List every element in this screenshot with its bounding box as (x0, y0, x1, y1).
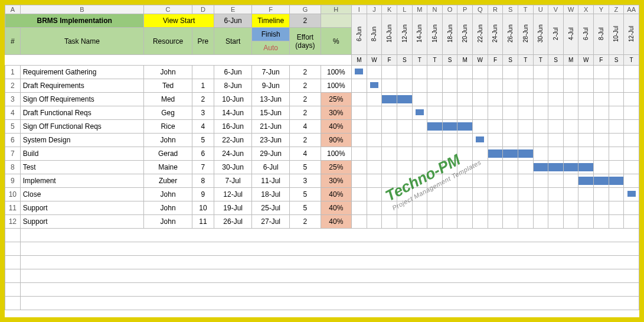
gantt-cell[interactable] (397, 134, 412, 147)
gantt-cell[interactable] (563, 201, 578, 215)
row-num[interactable]: 9 (5, 174, 21, 188)
gantt-cell[interactable] (352, 120, 367, 134)
task-name[interactable]: Sign Off Functional Reqs (20, 120, 144, 134)
gantt-cell[interactable] (624, 93, 639, 106)
gantt-cell[interactable] (473, 79, 488, 93)
gantt-cell[interactable] (578, 161, 594, 174)
gantt-cell[interactable] (548, 134, 564, 147)
gantt-cell[interactable] (594, 120, 609, 134)
finish-date[interactable]: 9-Jun (252, 79, 290, 93)
gantt-cell[interactable] (578, 66, 594, 79)
gantt-cell[interactable] (457, 93, 473, 106)
col-letter[interactable]: Z (609, 5, 624, 14)
task-name[interactable]: Support (20, 215, 144, 229)
gantt-cell[interactable] (367, 215, 382, 229)
gantt-cell[interactable] (427, 106, 443, 120)
gantt-cell[interactable] (594, 93, 609, 106)
row-empty[interactable] (5, 229, 21, 242)
task-name[interactable]: Support (20, 201, 144, 215)
gantt-cell[interactable] (488, 161, 503, 174)
gantt-cell[interactable] (548, 93, 564, 106)
gantt-cell[interactable] (533, 93, 548, 106)
predecessor[interactable]: 1 (192, 79, 214, 93)
gantt-cell[interactable] (533, 147, 548, 161)
resource[interactable]: Geg (144, 106, 192, 120)
start-date[interactable]: 14-Jun (214, 106, 252, 120)
gantt-cell[interactable] (442, 120, 457, 134)
col-letter[interactable]: J (367, 5, 382, 14)
gantt-cell[interactable] (594, 174, 609, 188)
gantt-cell[interactable] (503, 174, 518, 188)
gantt-cell[interactable] (397, 106, 412, 120)
gantt-cell[interactable] (412, 134, 427, 147)
gantt-cell[interactable] (473, 120, 488, 134)
gantt-cell[interactable] (412, 161, 427, 174)
gantt-cell[interactable] (473, 201, 488, 215)
col-letter[interactable]: U (533, 5, 548, 14)
gantt-cell[interactable] (578, 215, 594, 229)
task-name[interactable]: Draft Functional Reqs (20, 106, 144, 120)
gantt-cell[interactable] (488, 93, 503, 106)
gantt-cell[interactable] (518, 201, 533, 215)
effort[interactable]: 4 (290, 147, 321, 161)
gantt-cell[interactable] (427, 120, 443, 134)
gantt-cell[interactable] (473, 161, 488, 174)
timeline-value[interactable]: 2 (290, 14, 321, 28)
gantt-cell[interactable] (624, 215, 639, 229)
gantt-cell[interactable] (382, 79, 397, 93)
gantt-cell[interactable] (397, 188, 412, 201)
gantt-cell[interactable] (624, 174, 639, 188)
gantt-cell[interactable] (563, 215, 578, 229)
percent[interactable]: 25% (321, 93, 351, 106)
gantt-cell[interactable] (594, 134, 609, 147)
row-empty[interactable] (5, 256, 21, 269)
gantt-cell[interactable] (442, 161, 457, 174)
view-start-label[interactable]: View Start (144, 14, 214, 28)
task-name[interactable]: Build (20, 147, 144, 161)
start-date[interactable]: 24-Jun (214, 147, 252, 161)
gantt-cell[interactable] (352, 147, 367, 161)
gantt-cell[interactable] (473, 215, 488, 229)
gantt-cell[interactable] (609, 66, 624, 79)
resource[interactable]: Rice (144, 120, 192, 134)
gantt-cell[interactable] (367, 174, 382, 188)
col-letter[interactable]: F (252, 5, 290, 14)
gantt-cell[interactable] (397, 120, 412, 134)
gantt-cell[interactable] (457, 188, 473, 201)
gantt-cell[interactable] (518, 106, 533, 120)
effort[interactable]: 3 (290, 174, 321, 188)
percent[interactable]: 30% (321, 174, 351, 188)
col-letter[interactable]: A (5, 5, 21, 14)
row-num[interactable]: 6 (5, 134, 21, 147)
gantt-cell[interactable] (382, 66, 397, 79)
gantt-cell[interactable] (488, 120, 503, 134)
resource[interactable]: John (144, 215, 192, 229)
col-letter[interactable]: O (442, 5, 457, 14)
gantt-cell[interactable] (503, 79, 518, 93)
row-num[interactable]: 1 (5, 66, 21, 79)
effort[interactable]: 2 (290, 79, 321, 93)
gantt-cell[interactable] (488, 66, 503, 79)
start-date[interactable]: 19-Jul (214, 201, 252, 215)
resource[interactable]: John (144, 66, 192, 79)
gantt-cell[interactable] (382, 201, 397, 215)
predecessor[interactable]: 10 (192, 201, 214, 215)
gantt-cell[interactable] (609, 93, 624, 106)
gantt-cell[interactable] (442, 106, 457, 120)
gantt-cell[interactable] (382, 106, 397, 120)
gantt-cell[interactable] (548, 174, 564, 188)
percent[interactable]: 100% (321, 66, 351, 79)
row-num[interactable]: 3 (5, 93, 21, 106)
task-row[interactable]: 5Sign Off Functional ReqsRice416-Jun21-J… (5, 120, 639, 134)
gantt-cell[interactable] (548, 79, 564, 93)
col-letter[interactable]: S (503, 5, 518, 14)
gantt-cell[interactable] (412, 188, 427, 201)
gantt-cell[interactable] (533, 66, 548, 79)
gantt-cell[interactable] (488, 106, 503, 120)
effort[interactable]: 5 (290, 161, 321, 174)
gantt-cell[interactable] (624, 79, 639, 93)
gantt-cell[interactable] (578, 147, 594, 161)
gantt-cell[interactable] (442, 215, 457, 229)
resource[interactable]: Med (144, 93, 192, 106)
gantt-cell[interactable] (563, 174, 578, 188)
